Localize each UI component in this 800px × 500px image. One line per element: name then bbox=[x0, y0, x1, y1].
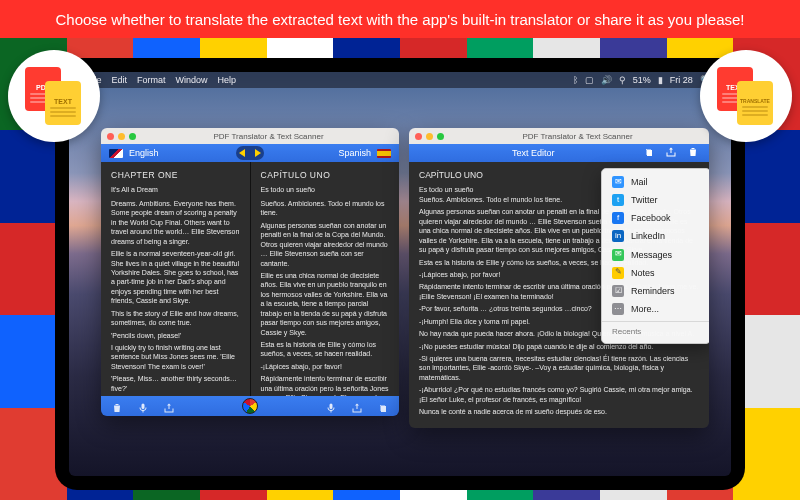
share-item-reminders[interactable]: ☑Reminders bbox=[602, 282, 709, 300]
target-language-picker[interactable]: Spanish bbox=[264, 148, 399, 158]
window-title: PDF Translator & Text Scanner bbox=[144, 132, 393, 141]
menu-window[interactable]: Window bbox=[176, 75, 208, 85]
copy-icon[interactable] bbox=[377, 400, 389, 412]
titlebar[interactable]: PDF Translator & Text Scanner bbox=[409, 128, 709, 144]
minimize-icon[interactable] bbox=[426, 133, 433, 140]
promo-text: Choose whether to translate the extracte… bbox=[55, 11, 744, 28]
editor-header-bar: x Text Editor bbox=[409, 144, 709, 162]
share-icon[interactable] bbox=[351, 400, 363, 412]
share-icon[interactable] bbox=[163, 400, 175, 412]
messages-icon: ✉ bbox=[612, 249, 624, 261]
battery-icon[interactable]: ▮ bbox=[658, 75, 663, 85]
source-language-picker[interactable]: English bbox=[101, 148, 236, 158]
badge-text-to-translate: TEXT TRANSLATE bbox=[700, 50, 792, 142]
share-item-linkedin[interactable]: inLinkedIn bbox=[602, 227, 709, 245]
titlebar[interactable]: PDF Translator & Text Scanner bbox=[101, 128, 399, 144]
language-globe-icon[interactable] bbox=[242, 398, 258, 414]
target-chapter: CAPÍTULO UNO bbox=[261, 170, 390, 181]
more-icon: ⋯ bbox=[612, 303, 624, 315]
share-menu-divider bbox=[602, 321, 709, 322]
spain-flag-icon bbox=[377, 149, 391, 158]
menu-edit[interactable]: Edit bbox=[112, 75, 128, 85]
window-controls[interactable] bbox=[415, 133, 444, 140]
share-item-mail[interactable]: ✉Mail bbox=[602, 173, 709, 191]
menu-format[interactable]: Format bbox=[137, 75, 166, 85]
menubar-date[interactable]: Fri 28 bbox=[670, 75, 693, 85]
zoom-icon[interactable] bbox=[129, 133, 136, 140]
share-recents-header: Recents bbox=[602, 325, 709, 339]
share-item-facebook[interactable]: fFacebook bbox=[602, 209, 709, 227]
share-item-messages[interactable]: ✉Messages bbox=[602, 246, 709, 264]
mail-icon: ✉ bbox=[612, 176, 624, 188]
volume-icon[interactable]: 🔊 bbox=[601, 75, 612, 85]
menu-help[interactable]: Help bbox=[218, 75, 237, 85]
uk-flag-icon bbox=[109, 149, 123, 158]
zoom-icon[interactable] bbox=[437, 133, 444, 140]
reminders-icon: ☑ bbox=[612, 285, 624, 297]
airplay-icon[interactable]: ▢ bbox=[585, 75, 594, 85]
mic-icon[interactable] bbox=[137, 400, 149, 412]
battery-percent: 51% bbox=[633, 75, 651, 85]
mic-icon[interactable] bbox=[325, 400, 337, 412]
editor-header-label: Text Editor bbox=[512, 148, 555, 158]
minimize-icon[interactable] bbox=[118, 133, 125, 140]
share-item-notes[interactable]: ✎Notes bbox=[602, 264, 709, 282]
source-text-pane[interactable]: CHAPTER ONE It's All a Dream Dreams. Amb… bbox=[101, 162, 250, 396]
desktop: File Edit Format Window Help ᛒ ▢ 🔊 ⚲ 51%… bbox=[69, 72, 731, 476]
bluetooth-icon[interactable]: ᛒ bbox=[573, 75, 578, 85]
twitter-icon: t bbox=[612, 194, 624, 206]
notes-icon: ✎ bbox=[612, 267, 624, 279]
text-editor-window[interactable]: PDF Translator & Text Scanner x Text Edi… bbox=[409, 128, 709, 428]
editor-body[interactable]: CAPÍTULO UNO Es todo un sueño Sueños. Am… bbox=[409, 162, 709, 428]
close-icon[interactable] bbox=[415, 133, 422, 140]
translator-window[interactable]: PDF Translator & Text Scanner English Sp… bbox=[101, 128, 399, 416]
source-language-label: English bbox=[129, 148, 159, 158]
doc-translate-icon: TRANSLATE bbox=[737, 81, 773, 125]
share-item-more[interactable]: ⋯More... bbox=[602, 300, 709, 318]
menubar[interactable]: File Edit Format Window Help ᛒ ▢ 🔊 ⚲ 51%… bbox=[69, 72, 731, 88]
share-item-twitter[interactable]: tTwitter bbox=[602, 191, 709, 209]
facebook-icon: f bbox=[612, 212, 624, 224]
share-menu[interactable]: ✉Mail tTwitter fFacebook inLinkedIn ✉Mes… bbox=[601, 168, 709, 344]
promo-banner: Choose whether to translate the extracte… bbox=[0, 0, 800, 38]
trash-icon[interactable] bbox=[111, 400, 123, 412]
source-subtitle: It's All a Dream bbox=[111, 185, 240, 194]
source-chapter: CHAPTER ONE bbox=[111, 170, 240, 181]
trash-icon[interactable] bbox=[687, 146, 699, 160]
target-text-pane[interactable]: CAPÍTULO UNO Es todo un sueño Sueños. Am… bbox=[250, 162, 400, 396]
language-bar: English Spanish bbox=[101, 144, 399, 162]
linkedin-icon: in bbox=[612, 230, 624, 242]
laptop-frame: File Edit Format Window Help ᛒ ▢ 🔊 ⚲ 51%… bbox=[55, 58, 745, 490]
window-controls[interactable] bbox=[107, 133, 136, 140]
translator-toolbar bbox=[101, 396, 399, 416]
copy-icon[interactable] bbox=[643, 146, 655, 160]
share-icon[interactable] bbox=[665, 146, 677, 160]
close-icon[interactable] bbox=[107, 133, 114, 140]
swap-languages-button[interactable] bbox=[236, 146, 264, 160]
wifi-icon[interactable]: ⚲ bbox=[619, 75, 626, 85]
badge-pdf-to-text: PDF TEXT bbox=[8, 50, 100, 142]
doc-text-icon: TEXT bbox=[45, 81, 81, 125]
target-language-label: Spanish bbox=[338, 148, 371, 158]
window-title: PDF Translator & Text Scanner bbox=[452, 132, 703, 141]
target-subtitle: Es todo un sueño bbox=[261, 185, 390, 194]
